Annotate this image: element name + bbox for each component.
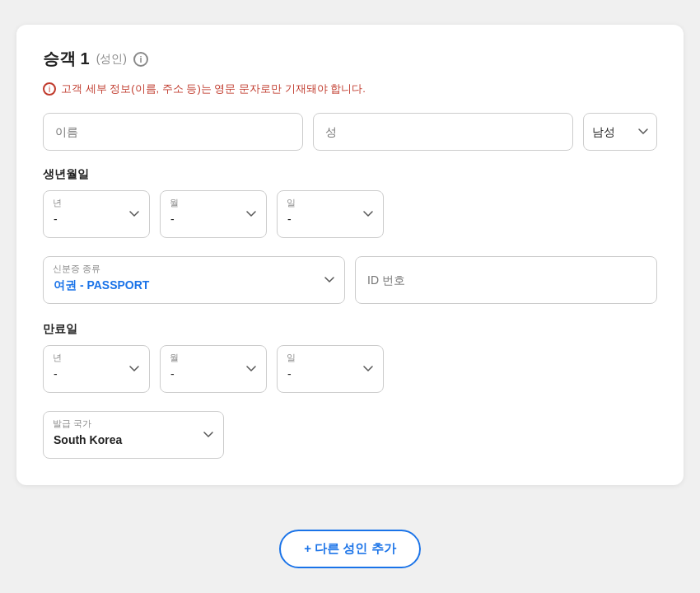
notice-text: 고객 세부 정보(이름, 주소 등)는 영문 문자로만 기재돼야 합니다. — [61, 82, 366, 96]
adult-label: (성인) — [96, 52, 127, 67]
issuing-country-wrap: 발급 국가 South Korea — [43, 411, 224, 459]
gender-select-wrap: 남성 여성 — [583, 113, 657, 151]
expiry-row: 년 - 월 - 일 - — [43, 345, 657, 393]
first-name-wrap — [43, 113, 303, 151]
dob-title: 생년월일 — [43, 167, 657, 182]
last-name-input[interactable] — [313, 113, 573, 151]
add-adult-label: + 다른 성인 추가 — [304, 541, 395, 557]
gender-select[interactable]: 남성 여성 — [583, 113, 657, 151]
section-title: 승객 1 (성인) i — [43, 48, 657, 70]
dob-month-wrap: 월 - — [160, 190, 267, 238]
passenger-form-card: 승객 1 (성인) i i 고객 세부 정보(이름, 주소 등)는 영문 문자로… — [16, 25, 684, 485]
id-section: 신분증 종류 여권 - PASSPORT — [43, 256, 657, 304]
dob-day-wrap: 일 - — [277, 190, 384, 238]
notice-bar: i 고객 세부 정보(이름, 주소 등)는 영문 문자로만 기재돼야 합니다. — [43, 82, 657, 96]
expiry-day-label: 일 — [287, 352, 296, 364]
expiry-year-wrap: 년 - — [43, 345, 150, 393]
expiry-title: 만료일 — [43, 322, 657, 337]
bottom-area: + 다른 성인 추가 — [279, 505, 420, 568]
passenger-number: 승객 1 — [43, 48, 90, 70]
expiry-month-wrap: 월 - — [160, 345, 267, 393]
last-name-wrap — [313, 113, 573, 151]
dob-day-label: 일 — [287, 197, 296, 209]
dob-row: 년 - 월 - 일 - — [43, 190, 657, 238]
dob-month-label: 월 — [170, 197, 179, 209]
expiry-month-label: 월 — [170, 352, 179, 364]
id-type-wrap: 신분증 종류 여권 - PASSPORT — [43, 256, 345, 304]
info-icon[interactable]: i — [133, 52, 148, 67]
issuing-country-label: 발급 국가 — [53, 418, 91, 430]
id-type-label: 신분증 종류 — [53, 263, 100, 275]
expiry-year-label: 년 — [53, 352, 62, 364]
expiry-day-wrap: 일 - — [277, 345, 384, 393]
notice-icon: i — [43, 82, 56, 96]
add-adult-button[interactable]: + 다른 성인 추가 — [279, 530, 420, 568]
first-name-input[interactable] — [43, 113, 303, 151]
dob-year-label: 년 — [53, 197, 62, 209]
dob-year-wrap: 년 - — [43, 190, 150, 238]
id-number-input[interactable] — [355, 256, 657, 304]
name-row: 남성 여성 — [43, 113, 657, 151]
id-number-wrap — [355, 256, 657, 304]
